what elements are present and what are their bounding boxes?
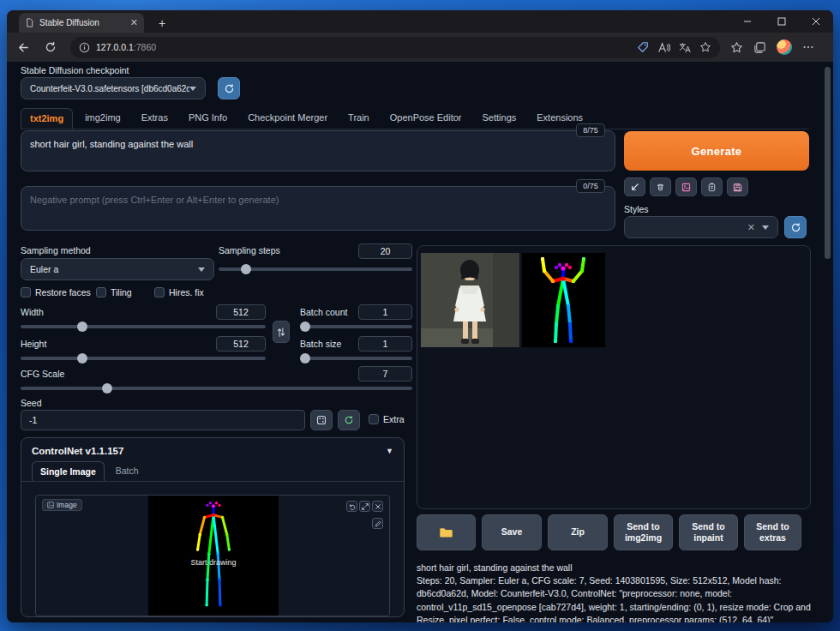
- generation-info: short hair girl, standing against the wa…: [417, 562, 813, 622]
- checkpoint-dropdown[interactable]: Counterfeit-V3.0.safetensors [db6cd0a62d…: [21, 77, 206, 99]
- gallery-image-result[interactable]: [421, 253, 519, 347]
- styles-clear-icon[interactable]: ✕: [747, 222, 755, 233]
- translate-icon[interactable]: [679, 42, 691, 53]
- checkbox-icon: [21, 287, 31, 297]
- url-port: :7860: [134, 42, 156, 52]
- close-button[interactable]: [799, 10, 833, 33]
- controlnet-image-component[interactable]: Image: [35, 495, 390, 616]
- reuse-seed-button[interactable]: [338, 410, 360, 430]
- edit-pencil-icon[interactable]: [372, 518, 383, 529]
- clear-prompt-button[interactable]: [650, 177, 671, 196]
- more-menu-icon[interactable]: [802, 41, 814, 53]
- tab-txt2img[interactable]: txt2img: [21, 108, 73, 129]
- tab-settings[interactable]: Settings: [474, 108, 525, 129]
- tab-png-info[interactable]: PNG Info: [180, 108, 236, 129]
- read-aloud-icon[interactable]: [657, 42, 670, 53]
- send-to-img2img-button[interactable]: Send to img2img: [614, 514, 673, 550]
- expand-icon[interactable]: [359, 501, 370, 512]
- minimize-button[interactable]: [730, 10, 765, 33]
- controlnet-canvas[interactable]: Start drawing: [148, 496, 279, 616]
- seed-extra-checkbox[interactable]: Extra: [369, 414, 405, 424]
- send-to-inpaint-button[interactable]: Send to inpaint: [679, 514, 738, 550]
- browser-tabstrip: Stable Diffusion ✕ +: [7, 10, 833, 33]
- image-chip: Image: [42, 499, 82, 511]
- page-scrollbar[interactable]: [825, 67, 831, 259]
- toolbar-right-icons: [730, 39, 814, 55]
- height-input[interactable]: 512: [216, 336, 266, 352]
- batch-count-input[interactable]: 1: [358, 304, 412, 320]
- tab-checkpoint-merger[interactable]: Checkpoint Merger: [239, 108, 336, 129]
- seed-input[interactable]: -1: [21, 410, 305, 430]
- undo-icon[interactable]: [346, 501, 357, 512]
- sampling-method-dropdown[interactable]: Euler a: [21, 258, 214, 280]
- shopping-tag-icon[interactable]: [637, 41, 649, 53]
- zip-button[interactable]: Zip: [548, 514, 608, 550]
- webui-page: Stable Diffusion checkpoint Counterfeit-…: [7, 62, 833, 622]
- remove-image-icon[interactable]: [372, 501, 383, 512]
- batch-size-input[interactable]: 1: [358, 336, 412, 352]
- tab-img2img[interactable]: img2img: [76, 108, 129, 129]
- window-controls: [730, 10, 833, 33]
- checkpoint-refresh-button[interactable]: [218, 77, 240, 99]
- browser-tab[interactable]: Stable Diffusion ✕: [19, 13, 144, 33]
- cfg-scale-slider[interactable]: [21, 387, 412, 390]
- styles-refresh-button[interactable]: [784, 216, 807, 238]
- tab-train[interactable]: Train: [339, 108, 378, 129]
- controlnet-tab-batch[interactable]: Batch: [108, 461, 147, 481]
- width-slider[interactable]: [21, 325, 266, 328]
- checkbox-icon: [154, 287, 165, 297]
- styles-dropdown[interactable]: ✕: [624, 216, 778, 238]
- prompt-token-counter: 8/75: [576, 123, 605, 137]
- refresh-button[interactable]: [39, 36, 62, 58]
- generation-info-params: Steps: 20, Sampler: Euler a, CFG scale: …: [417, 574, 813, 622]
- generation-info-prompt: short hair girl, standing against the wa…: [417, 562, 813, 574]
- site-info-icon[interactable]: [79, 42, 90, 53]
- new-tab-button[interactable]: +: [154, 15, 170, 31]
- paste-params-button[interactable]: [624, 177, 645, 196]
- apply-style-button[interactable]: [701, 177, 723, 196]
- swap-dimensions-button[interactable]: [273, 321, 290, 343]
- favorites-star-icon[interactable]: [699, 41, 711, 53]
- batch-size-slider[interactable]: [300, 357, 412, 360]
- sampling-steps-input[interactable]: 20: [358, 243, 412, 259]
- desktop: { "browser": { "tab_title": "Stable Diff…: [0, 0, 840, 631]
- favorites-bar-icon[interactable]: [730, 41, 743, 54]
- width-input[interactable]: 512: [216, 304, 266, 320]
- send-to-extras-button[interactable]: Send to extras: [744, 514, 801, 550]
- profile-avatar[interactable]: [777, 39, 792, 55]
- maximize-button[interactable]: [765, 10, 799, 33]
- restore-faces-checkbox[interactable]: Restore faces: [21, 287, 91, 297]
- controlnet-header[interactable]: ControlNet v1.1.157 ▼: [21, 438, 404, 460]
- save-button[interactable]: Save: [482, 514, 542, 550]
- prompt-textarea[interactable]: short hair girl, standing against the wa…: [21, 130, 615, 171]
- random-seed-button[interactable]: [310, 410, 333, 430]
- address-bar[interactable]: 127.0.0.1:7860: [70, 37, 720, 58]
- negative-prompt-textarea[interactable]: Negative prompt (press Ctrl+Enter or Alt…: [21, 186, 615, 231]
- tab-close-icon[interactable]: ✕: [130, 18, 138, 27]
- collections-icon[interactable]: [753, 41, 766, 54]
- open-folder-button[interactable]: [417, 514, 476, 550]
- controlnet-title: ControlNet v1.1.157: [32, 446, 123, 456]
- extra-networks-button[interactable]: [675, 177, 697, 196]
- main-tabs: txt2img img2img Extras PNG Info Checkpoi…: [21, 108, 809, 129]
- generate-button[interactable]: Generate: [624, 131, 809, 171]
- tab-openpose-editor[interactable]: OpenPose Editor: [381, 108, 471, 129]
- controlnet-tab-single-image[interactable]: Single Image: [32, 461, 105, 481]
- gallery-image-openpose[interactable]: [522, 253, 605, 347]
- page-favicon-icon: [25, 18, 34, 27]
- sampling-steps-slider[interactable]: [219, 267, 412, 271]
- tab-title: Stable Diffusion: [39, 18, 125, 27]
- back-button[interactable]: [12, 36, 34, 58]
- tab-extras[interactable]: Extras: [133, 108, 177, 129]
- controlnet-panel: ControlNet v1.1.157 ▼ Single Image Batch…: [21, 437, 405, 617]
- image-chip-label: Image: [57, 501, 77, 509]
- cfg-scale-input[interactable]: 7: [358, 366, 412, 382]
- tiling-checkbox[interactable]: Tiling: [96, 287, 132, 297]
- batch-count-slider[interactable]: [300, 325, 412, 328]
- hires-fix-checkbox[interactable]: Hires. fix: [154, 287, 204, 297]
- prompt-text: short hair girl, standing against the wa…: [30, 139, 193, 149]
- height-slider[interactable]: [21, 357, 266, 360]
- save-style-button[interactable]: [727, 177, 748, 196]
- chevron-down-icon: [762, 225, 769, 230]
- sampling-method-label: Sampling method: [21, 245, 91, 255]
